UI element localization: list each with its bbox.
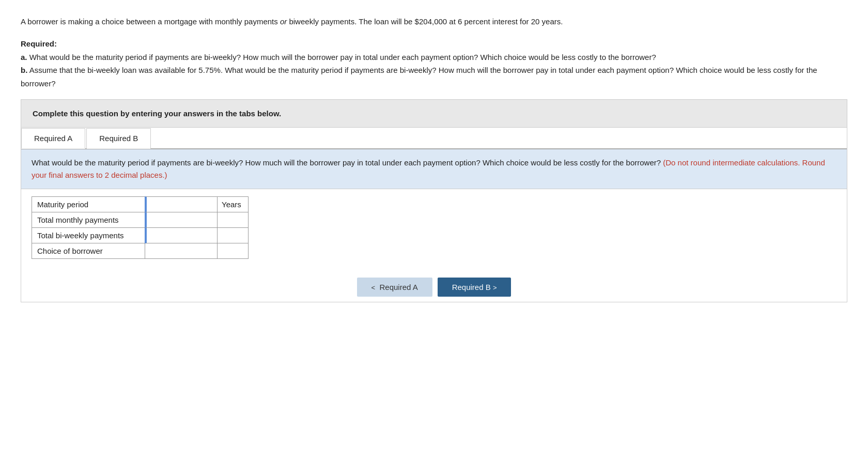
- part-b: b. Assume that the bi-weekly loan was av…: [21, 64, 847, 90]
- row-label-choice: Choice of borrower: [32, 243, 145, 259]
- banner-text: Complete this question by entering your …: [33, 109, 281, 118]
- answer-table: Maturity period Years Total monthly paym…: [32, 196, 249, 259]
- tab-required-b[interactable]: Required B: [86, 128, 151, 149]
- input-monthly[interactable]: [146, 213, 217, 227]
- part-b-label: b.: [21, 66, 27, 74]
- required-label: Required:: [21, 37, 847, 51]
- intro-text-2: biweekly payments. The loan will be $204…: [287, 17, 563, 26]
- prev-button[interactable]: < Required A: [357, 278, 432, 297]
- intro-text-1: A borrower is making a choice between a …: [21, 17, 280, 26]
- part-a-label: a.: [21, 53, 27, 62]
- part-a: a. What would be the maturity period if …: [21, 51, 847, 64]
- nav-buttons: < Required A Required B >: [21, 269, 847, 302]
- next-button[interactable]: Required B >: [438, 278, 512, 297]
- intro-paragraph: A borrower is making a choice between a …: [21, 16, 847, 28]
- part-b-text: Assume that the bi-weekly loan was avail…: [21, 66, 817, 88]
- row-input-choice[interactable]: [145, 243, 218, 259]
- row-label-monthly: Total monthly payments: [32, 212, 145, 228]
- row-label-biweekly: Total bi-weekly payments: [32, 228, 145, 243]
- prev-label: Required A: [379, 283, 417, 291]
- row-unit-maturity: Years: [218, 197, 249, 212]
- table-row: Maturity period Years: [32, 197, 249, 212]
- tab-required-a[interactable]: Required A: [21, 128, 85, 149]
- table-row: Total monthly payments: [32, 212, 249, 228]
- next-arrow: >: [493, 284, 497, 291]
- row-input-maturity[interactable]: [145, 197, 218, 212]
- tab-content: What would be the maturity period if pay…: [21, 149, 847, 302]
- row-input-monthly[interactable]: [145, 212, 218, 228]
- row-unit-choice: [218, 243, 249, 259]
- input-choice[interactable]: [145, 244, 217, 258]
- intro-italic: or: [280, 17, 287, 26]
- tabs-container: Required A Required B What would be the …: [21, 128, 847, 302]
- prev-arrow: <: [371, 284, 376, 291]
- required-section: Required: a. What would be the maturity …: [21, 37, 847, 90]
- table-row: Choice of borrower: [32, 243, 249, 259]
- table-row: Total bi-weekly payments: [32, 228, 249, 243]
- input-maturity[interactable]: [146, 197, 217, 211]
- input-biweekly[interactable]: [146, 228, 217, 242]
- question-text: What would be the maturity period if pay…: [32, 158, 663, 167]
- row-input-biweekly[interactable]: [145, 228, 218, 243]
- instruction-banner: Complete this question by entering your …: [21, 99, 847, 128]
- row-unit-biweekly: [218, 228, 249, 243]
- tabs-header: Required A Required B: [21, 128, 847, 149]
- row-label-maturity: Maturity period: [32, 197, 145, 212]
- question-banner: What would be the maturity period if pay…: [21, 149, 847, 189]
- row-unit-monthly: [218, 212, 249, 228]
- next-label: Required B: [452, 283, 491, 291]
- answer-table-wrapper: Maturity period Years Total monthly paym…: [21, 189, 847, 269]
- part-a-text: What would be the maturity period if pay…: [27, 53, 656, 62]
